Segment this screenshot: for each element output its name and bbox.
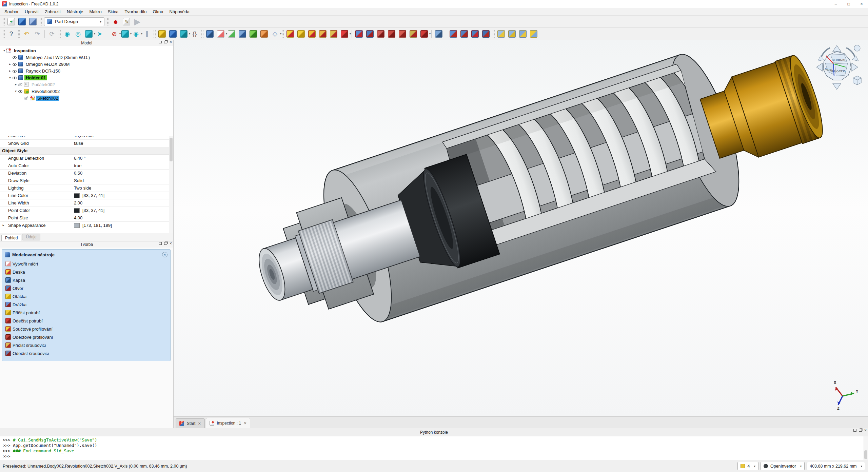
zoom-tools-button[interactable]: ◉▾ xyxy=(131,29,141,39)
tool-deska[interactable]: Deska xyxy=(2,268,170,276)
menu-tvorba-dilu[interactable]: Tvorba dílu xyxy=(121,8,150,15)
property-grid-size[interactable]: Grid Size10,00 mm xyxy=(0,136,173,140)
create-body-button[interactable] xyxy=(205,29,215,39)
property-value[interactable]: 10,00 mm xyxy=(71,136,173,139)
refresh-button[interactable]: ⟳ xyxy=(47,29,57,39)
visible-eye-icon[interactable] xyxy=(12,62,17,66)
tree-caret-down-icon[interactable]: ▼ xyxy=(8,76,12,79)
property-point-color[interactable]: Point Color[33, 37, 41] xyxy=(0,207,173,214)
console-restore-icon[interactable] xyxy=(853,429,856,432)
tree-caret-right-icon[interactable]: ► xyxy=(14,83,18,86)
tool-odecist-potrubi[interactable]: Odečíst potrubí xyxy=(2,317,170,325)
tree-item-holder-01[interactable]: ▼Holder 01 xyxy=(0,74,173,81)
console-scrollbar[interactable] xyxy=(864,436,868,460)
groove-button[interactable] xyxy=(376,29,386,39)
tab-close-icon[interactable]: × xyxy=(198,421,201,426)
model-panel-float-icon[interactable] xyxy=(164,41,167,43)
tool-otvor[interactable]: Otvor xyxy=(2,284,170,292)
macro-execute-button[interactable]: ▶ xyxy=(132,17,142,27)
model-panel-close-icon[interactable]: × xyxy=(170,41,172,43)
subtractive-helix-button[interactable] xyxy=(408,29,418,39)
macro-edit-button[interactable]: ✎ xyxy=(121,17,132,27)
save-document-button[interactable] xyxy=(28,17,38,27)
macro-record-button[interactable]: ● xyxy=(111,17,121,27)
tool-odecist-sroubovici[interactable]: Odečíst šroubovici xyxy=(2,349,170,357)
property-value[interactable]: 2,00 xyxy=(71,199,173,206)
property-value[interactable]: [33, 37, 41] xyxy=(71,207,173,214)
property-angular-deflection[interactable]: Angular Deflection6,40 ° xyxy=(0,155,173,162)
tool-pricist-potrubi[interactable]: Přičíst potrubí xyxy=(2,309,170,317)
tool-drazka[interactable]: Drážka xyxy=(2,300,170,309)
property-scrollbar-thumb[interactable] xyxy=(170,138,173,161)
revolution-button[interactable] xyxy=(296,29,306,39)
new-document-button[interactable]: + xyxy=(6,17,16,27)
property-line-color[interactable]: Line Color[33, 37, 41] xyxy=(0,192,173,199)
navcube-arrow-left[interactable] xyxy=(816,63,823,71)
tree-caret-down-icon[interactable]: ▼ xyxy=(14,90,18,93)
multitransform-button[interactable] xyxy=(529,29,539,39)
subtractive-loft-button[interactable] xyxy=(397,29,408,39)
draft-button[interactable] xyxy=(470,29,480,39)
tab-close-icon[interactable]: × xyxy=(244,420,246,426)
additive-pipe-button[interactable] xyxy=(307,29,317,39)
dimension-combo[interactable]: 403,68 mm x 219,62 mm▾ xyxy=(807,462,865,470)
map-sketch-button[interactable] xyxy=(237,29,248,39)
tasks-panel-close-icon[interactable]: × xyxy=(170,242,172,245)
measure-button[interactable]: ∥ xyxy=(142,29,152,39)
property-draw-style[interactable]: Draw StyleSolid xyxy=(0,177,173,184)
tool-souctove-profilovani[interactable]: Součtové profilování xyxy=(2,325,170,333)
tool-odectove-profilovani[interactable]: Odečtové profilování xyxy=(2,333,170,341)
tree-item-revolution002[interactable]: ▼Revolution002 xyxy=(0,88,173,95)
tree-caret-down-icon[interactable]: ▼ xyxy=(2,49,6,52)
property-value[interactable]: Solid xyxy=(71,177,173,184)
property-scrollbar[interactable] xyxy=(169,136,173,233)
navigation-cube[interactable]: SPODEK PŘEDNÍ VLEVO xyxy=(813,42,864,93)
polar-pattern-button[interactable] xyxy=(518,29,528,39)
link-actions-button[interactable]: ▾ xyxy=(179,29,189,39)
navcube-orbit-toggle[interactable] xyxy=(854,45,860,51)
property-deviation[interactable]: Deviation0,50 xyxy=(0,170,173,177)
menu-napoveda[interactable]: Nápověda xyxy=(166,8,193,15)
redo-button[interactable]: ↷ xyxy=(32,29,42,39)
visible-eye-icon[interactable] xyxy=(12,55,17,60)
tree-item-mitutoyo-7-5x-lwd-35mm-w-d[interactable]: Mitutoyo 7.5x LWD (35mm W.D.) xyxy=(0,54,173,61)
menu-nastroje[interactable]: Nástroje xyxy=(64,8,86,15)
navcube-label-bottom[interactable]: SPODEK xyxy=(832,58,845,62)
visible-eye-icon[interactable] xyxy=(12,76,17,80)
hidden-eye-icon[interactable] xyxy=(18,82,23,87)
console-float-icon[interactable] xyxy=(859,429,862,432)
property-lighting[interactable]: LightingTwo side xyxy=(0,184,173,192)
pocket-button[interactable] xyxy=(354,29,364,39)
thickness-button[interactable] xyxy=(481,29,491,39)
python-console-body[interactable]: >>> # Gui.SendMsgToActiveView("Save")>>>… xyxy=(0,436,868,460)
property-value[interactable]: [173, 181, 189] xyxy=(71,222,173,229)
property-auto-color[interactable]: Auto Colortrue xyxy=(0,162,173,170)
subtractive-pipe-button[interactable] xyxy=(387,29,397,39)
subtractive-primitive-button[interactable]: ▾ xyxy=(419,29,429,39)
document-tab-start[interactable]: Start× xyxy=(176,418,205,428)
renderer-combo[interactable]: OpenInventor▾ xyxy=(761,462,805,470)
boolean-operation-button[interactable] xyxy=(434,29,444,39)
document-tab-inspection-1[interactable]: Inspection : 1× xyxy=(206,418,251,428)
collapse-chevron-icon[interactable]: » xyxy=(162,252,167,257)
property-line-width[interactable]: Line Width2,00 xyxy=(0,199,173,207)
close-button[interactable]: × xyxy=(855,0,868,8)
property-value[interactable]: [33, 37, 41] xyxy=(71,192,173,199)
fit-selection-button[interactable]: ◎ xyxy=(73,29,83,39)
property-value[interactable]: false xyxy=(71,140,173,147)
fly-navigation-button[interactable]: ➤ xyxy=(95,29,105,39)
console-close-icon[interactable]: × xyxy=(864,429,867,432)
additive-loft-button[interactable] xyxy=(318,29,328,39)
fit-all-button[interactable]: ◉ xyxy=(62,29,72,39)
property-value[interactable]: 0,50 xyxy=(71,170,173,177)
create-sketch-button[interactable]: ▾ xyxy=(216,29,226,39)
edit-sketch-button[interactable] xyxy=(226,29,237,39)
tool-otacka[interactable]: Otáčka xyxy=(2,292,170,300)
stereo-view-button[interactable]: ▾ xyxy=(120,29,130,39)
tab-udaje[interactable]: Údaje xyxy=(22,234,40,240)
tool-kapsa[interactable]: Kapsa xyxy=(2,276,170,284)
menu-makro[interactable]: Makro xyxy=(86,8,105,15)
navcube-cube[interactable]: SPODEK PŘEDNÍ VLEVO xyxy=(823,52,851,80)
hidden-eye-icon[interactable] xyxy=(24,96,29,100)
property-value[interactable]: Two side xyxy=(71,184,173,192)
